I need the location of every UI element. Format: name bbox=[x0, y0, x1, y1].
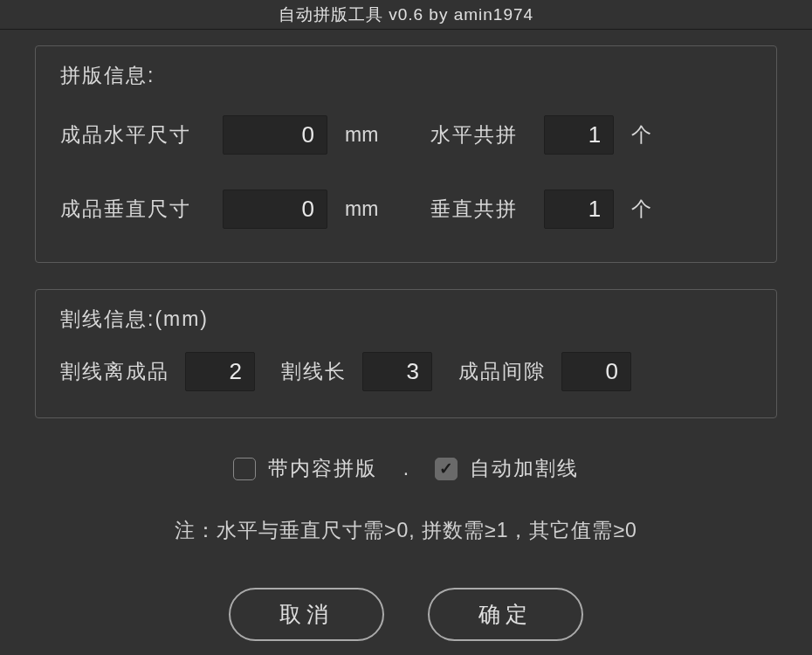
product-gap-label: 成品间隙 bbox=[458, 358, 546, 385]
auto-cutline-label: 自动加割线 bbox=[470, 455, 579, 482]
cutline-row: 割线离成品 割线长 成品间隙 bbox=[60, 352, 752, 391]
vert-size-input[interactable] bbox=[223, 190, 327, 229]
cutline-offset-input[interactable] bbox=[185, 352, 255, 391]
cancel-button[interactable]: 取消 bbox=[229, 588, 384, 641]
vert-count-unit: 个 bbox=[631, 196, 651, 223]
window-title: 自动拼版工具 v0.6 by amin1974 bbox=[279, 3, 533, 26]
horiz-size-input[interactable] bbox=[223, 115, 327, 155]
dialog-content: 拼版信息: 成品水平尺寸 mm 水平共拼 个 成品垂直尺寸 mm 垂直共拼 个 … bbox=[0, 30, 812, 641]
horiz-size-label: 成品水平尺寸 bbox=[60, 121, 191, 148]
horiz-count-unit: 个 bbox=[631, 121, 651, 148]
options-row: 带内容拼版 . 自动加割线 bbox=[35, 455, 777, 482]
vert-count-input[interactable] bbox=[544, 190, 614, 229]
vert-size-unit: mm bbox=[345, 197, 378, 221]
cutline-info-group: 割线信息:(mm) 割线离成品 割线长 成品间隙 bbox=[35, 289, 777, 418]
options-separator: . bbox=[403, 457, 409, 480]
horiz-size-unit: mm bbox=[345, 123, 378, 147]
checkbox-icon bbox=[233, 458, 256, 480]
cutline-length-label: 割线长 bbox=[281, 358, 347, 385]
product-gap-input[interactable] bbox=[561, 352, 631, 391]
button-row: 取消 确定 bbox=[35, 588, 777, 641]
vert-count-label: 垂直共拼 bbox=[430, 196, 518, 223]
cutline-length-input[interactable] bbox=[362, 352, 432, 391]
cutline-info-title: 割线信息:(mm) bbox=[60, 306, 752, 333]
vert-row: 成品垂直尺寸 mm 垂直共拼 个 bbox=[60, 190, 752, 229]
horiz-count-input[interactable] bbox=[544, 115, 614, 155]
window-titlebar: 自动拼版工具 v0.6 by amin1974 bbox=[0, 0, 812, 30]
cutline-offset-label: 割线离成品 bbox=[60, 358, 169, 385]
layout-info-group: 拼版信息: 成品水平尺寸 mm 水平共拼 个 成品垂直尺寸 mm 垂直共拼 个 bbox=[35, 45, 777, 263]
vert-size-label: 成品垂直尺寸 bbox=[60, 196, 191, 223]
horiz-count-label: 水平共拼 bbox=[430, 121, 518, 148]
validation-note: 注：水平与垂直尺寸需>0, 拼数需≥1，其它值需≥0 bbox=[35, 517, 777, 544]
horiz-row: 成品水平尺寸 mm 水平共拼 个 bbox=[60, 115, 752, 155]
with-content-label: 带内容拼版 bbox=[268, 455, 377, 482]
ok-button[interactable]: 确定 bbox=[428, 588, 583, 641]
checkbox-icon bbox=[435, 458, 458, 480]
auto-cutline-checkbox[interactable]: 自动加割线 bbox=[435, 455, 579, 482]
with-content-checkbox[interactable]: 带内容拼版 bbox=[233, 455, 377, 482]
layout-info-title: 拼版信息: bbox=[60, 62, 752, 89]
